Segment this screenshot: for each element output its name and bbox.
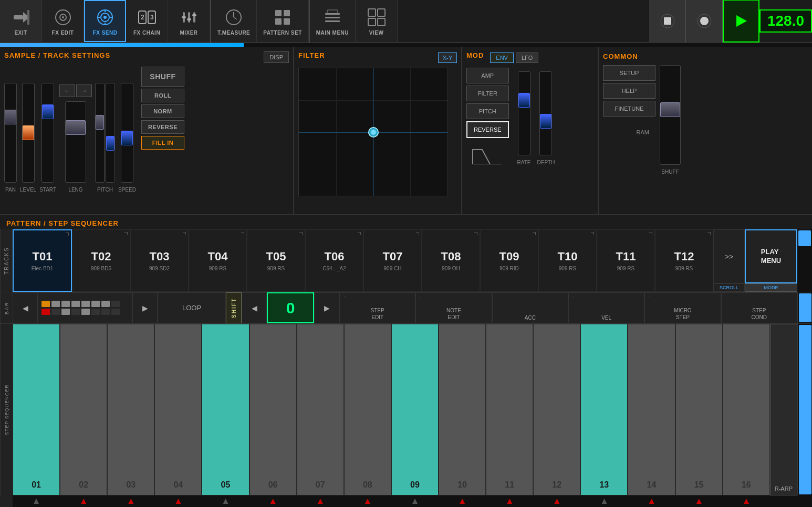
bar-prev-btn[interactable]: ◀ [13, 292, 38, 323]
step-ind-15 [675, 495, 723, 507]
note-edit-btn[interactable]: ' NOTEEDIT [415, 292, 492, 323]
track-t03[interactable]: T03 909 SD2 [130, 229, 189, 292]
step-pad-06[interactable]: 06 [249, 324, 297, 495]
step-scroll-thumb[interactable] [799, 293, 811, 322]
pitch-thumb-right[interactable] [106, 136, 114, 151]
pad-scroll-thumb[interactable] [799, 325, 811, 494]
mode-button[interactable]: MODE [745, 283, 797, 292]
pan-slider-thumb[interactable] [5, 110, 16, 124]
speed-slider[interactable] [121, 83, 133, 183]
nav-fx-send-btn[interactable]: FX SEND [84, 0, 126, 42]
filter-mod-button[interactable]: FILTER [466, 86, 509, 101]
acc-btn[interactable]: ' ACC [492, 292, 568, 323]
reverse-mod-button[interactable]: REVERSE [466, 121, 509, 138]
track-t11[interactable]: T11 909 RS [597, 229, 655, 292]
fill-in-button[interactable]: FILL IN [141, 136, 184, 150]
track-t08[interactable]: T08 909 OH [422, 229, 480, 292]
step-next-btn[interactable]: ▶ [314, 292, 339, 323]
track-t06[interactable]: T06 C64..._A2 [305, 229, 363, 292]
start-slider[interactable] [41, 83, 54, 183]
finetune-button[interactable]: FINETUNE [603, 101, 655, 117]
nav-exit-btn[interactable]: EXIT [0, 0, 42, 42]
leng-left-arrow[interactable]: ← [59, 85, 75, 97]
disp-button[interactable]: DISP [264, 51, 289, 63]
depth-thumb[interactable] [540, 114, 551, 129]
step-pad-15[interactable]: 15 [675, 324, 723, 495]
step-pad-09[interactable]: 09 [391, 324, 439, 495]
step-pad-08[interactable]: 08 [344, 324, 391, 495]
level-slider-thumb[interactable] [23, 125, 34, 140]
track-scroll-btn[interactable]: >> [713, 229, 745, 283]
rate-thumb[interactable] [518, 93, 530, 108]
step-pad-16[interactable]: 16 [723, 324, 770, 495]
step-pad-01[interactable]: 01 [13, 324, 60, 495]
step-pad-13[interactable]: 13 [580, 324, 628, 495]
shift-btn[interactable]: SHIFT [226, 292, 242, 323]
play-menu-button[interactable]: PLAY MENU [745, 229, 797, 283]
setup-button[interactable]: SETUP [603, 65, 655, 81]
roll-button[interactable]: ROLL [141, 89, 184, 102]
pitch-slider-left[interactable] [95, 83, 105, 183]
shuff-slider[interactable] [660, 65, 681, 165]
loop-btn[interactable]: LOOP [158, 292, 226, 323]
stop-btn[interactable] [649, 0, 686, 43]
rate-slider[interactable] [518, 71, 530, 155]
start-slider-thumb[interactable] [42, 104, 54, 119]
amp-button[interactable]: AMP [466, 68, 509, 83]
play-btn[interactable] [723, 0, 759, 43]
level-slider[interactable] [22, 83, 35, 183]
step-pad-07[interactable]: 07 [297, 324, 344, 495]
track-t10[interactable]: T10 909 RS [538, 229, 597, 292]
nav-main-menu-btn[interactable]: MAIN MENU [310, 0, 356, 42]
nav-mixer-btn[interactable]: MIXER [168, 0, 210, 42]
track-t04[interactable]: T04 909 RS [189, 229, 247, 292]
lfo-tab[interactable]: LFO [516, 52, 538, 63]
filter-pad[interactable] [298, 68, 448, 196]
step-pad-10[interactable]: 10 [439, 324, 486, 495]
track-t12[interactable]: T12 909 RS [655, 229, 713, 292]
track-t02[interactable]: T02 909 BD6 [72, 229, 130, 292]
nav-fx-chain-btn[interactable]: 23 FX CHAIN [126, 0, 168, 42]
pitch-thumb-left[interactable] [96, 115, 104, 130]
record-btn[interactable] [686, 0, 723, 43]
scrollbar-thumb[interactable] [798, 230, 811, 246]
shuff-thumb[interactable] [660, 102, 680, 117]
env-tab[interactable]: ENV [490, 52, 514, 63]
help-button[interactable]: HELP [603, 83, 655, 99]
filter-xy-dot[interactable] [368, 127, 379, 138]
step-edit-btn[interactable]: ' STEPEDIT [339, 292, 415, 323]
reverse-button[interactable]: REVERSE [141, 120, 184, 134]
xy-button[interactable]: X-Y [438, 52, 457, 63]
track-t09[interactable]: T09 909 RID [480, 229, 538, 292]
track-t05[interactable]: T05 909 RS [247, 229, 305, 292]
step-pad-14[interactable]: 14 [628, 324, 675, 495]
step-pad-02[interactable]: 02 [60, 324, 107, 495]
step-pad-12[interactable]: 12 [533, 324, 580, 495]
pitch-mod-button[interactable]: PITCH [466, 103, 509, 119]
nav-view-btn[interactable]: VIEW [356, 0, 398, 42]
step-cond-btn[interactable]: ' STEPCOND [721, 292, 797, 323]
micro-step-btn[interactable]: ' MICROSTEP [644, 292, 721, 323]
step-pad-03[interactable]: 03 [107, 324, 154, 495]
step-pad-05[interactable]: 05 [202, 324, 249, 495]
speed-slider-thumb[interactable] [121, 131, 133, 145]
leng-slider-thumb[interactable] [66, 120, 86, 135]
pan-slider[interactable] [4, 83, 17, 183]
leng-right-arrow[interactable]: → [76, 85, 92, 97]
track-t01[interactable]: T01 Elec BD1 [13, 229, 72, 292]
step-pad-11[interactable]: 11 [486, 324, 533, 495]
nav-fx-edit-btn[interactable]: FX EDIT [42, 0, 84, 42]
depth-slider[interactable] [539, 71, 552, 155]
step-pad-04[interactable]: 04 [154, 324, 202, 495]
track-t07[interactable]: T07 909 CH [363, 229, 422, 292]
vel-btn[interactable]: ' VEL [568, 292, 644, 323]
leng-slider[interactable] [65, 101, 86, 183]
norm-button[interactable]: NORM [141, 104, 184, 118]
nav-pattern-set-btn[interactable]: PATTERN SET [257, 0, 308, 42]
step-prev-btn[interactable]: ◀ [242, 292, 267, 323]
pitch-slider-right[interactable] [106, 83, 115, 183]
shuff-button[interactable]: SHUFF [141, 67, 184, 87]
bar-next-btn[interactable]: ▶ [132, 292, 158, 323]
nav-t-measure-btn[interactable]: T.MEASURE [211, 0, 257, 42]
r-arp-button[interactable]: R-ARP [770, 324, 797, 495]
